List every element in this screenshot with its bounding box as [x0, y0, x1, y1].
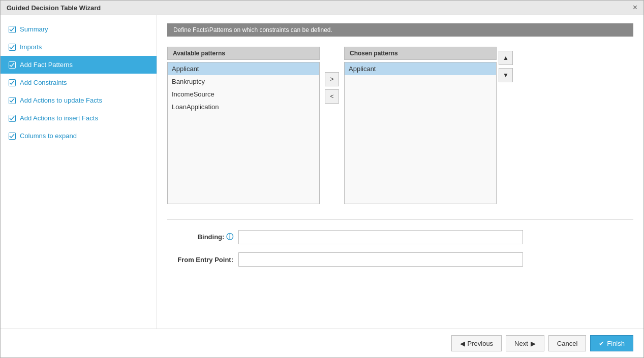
dialog-footer: ◀ Previous Next ▶ Cancel ✔ Finish [1, 329, 643, 357]
binding-info-icon: ⓘ [226, 233, 233, 241]
move-down-button[interactable]: ▼ [499, 68, 513, 82]
reorder-buttons: ▲ ▼ [499, 47, 513, 204]
finish-checkmark-icon: ✔ [599, 340, 604, 347]
info-bar: Define Facts\Patterns on which constrain… [167, 23, 633, 37]
next-button[interactable]: Next ▶ [506, 335, 544, 351]
sidebar-item-add-fact-patterns[interactable]: Add Fact Patterns [1, 56, 157, 74]
next-icon: ▶ [531, 340, 536, 347]
sidebar-item-imports[interactable]: Imports [1, 38, 157, 56]
sidebar-label-summary: Summary [20, 25, 48, 33]
available-patterns-label: Available patterns [167, 47, 320, 60]
dialog: Guided Decision Table Wizard × Summary I… [0, 0, 644, 358]
from-entry-point-input[interactable] [238, 252, 523, 267]
cancel-label: Cancel [557, 340, 577, 347]
finish-label: Finish [607, 340, 625, 347]
move-right-button[interactable]: > [325, 72, 339, 86]
patterns-section: Available patterns Applicant Bankruptcy … [167, 47, 633, 204]
dialog-body: Summary Imports Add Fact Patterns [1, 15, 643, 329]
sidebar-label-actions-insert: Add Actions to insert Facts [20, 114, 98, 122]
finish-button[interactable]: ✔ Finish [590, 335, 633, 351]
available-pattern-applicant[interactable]: Applicant [168, 62, 319, 75]
sidebar-item-summary[interactable]: Summary [1, 20, 157, 38]
available-patterns-box: Available patterns Applicant Bankruptcy … [167, 47, 320, 204]
sidebar-item-add-constraints[interactable]: Add Constraints [1, 74, 157, 91]
move-up-button[interactable]: ▲ [499, 51, 513, 65]
separator [167, 219, 633, 220]
available-pattern-loanapplication[interactable]: LoanApplication [168, 101, 319, 113]
binding-label: Binding: ⓘ [167, 233, 233, 242]
check-icon-columns-expand [9, 133, 16, 140]
check-icon-summary [9, 26, 16, 33]
dialog-title-bar: Guided Decision Table Wizard × [1, 1, 643, 15]
chosen-patterns-inner-box: Chosen patterns Applicant [344, 47, 497, 204]
sidebar-label-imports: Imports [20, 43, 42, 51]
chosen-pattern-applicant[interactable]: Applicant [345, 62, 496, 75]
transfer-buttons: > < [325, 47, 339, 104]
check-icon-constraints [9, 79, 16, 86]
sidebar-item-actions-insert[interactable]: Add Actions to insert Facts [1, 109, 157, 127]
available-pattern-incomesource[interactable]: IncomeSource [168, 88, 319, 101]
previous-button[interactable]: ◀ Previous [451, 335, 502, 351]
sidebar-item-columns-expand[interactable]: Columns to expand [1, 127, 157, 145]
available-patterns-list[interactable]: Applicant Bankruptcy IncomeSource LoanAp… [167, 62, 320, 204]
available-pattern-bankruptcy[interactable]: Bankruptcy [168, 75, 319, 88]
binding-input[interactable] [238, 230, 523, 244]
chosen-patterns-list[interactable]: Applicant [344, 62, 497, 204]
check-icon-actions-insert [9, 115, 16, 122]
sidebar-label-columns-expand: Columns to expand [20, 132, 77, 140]
cancel-button[interactable]: Cancel [548, 335, 586, 351]
check-icon-fact-patterns [9, 61, 16, 69]
move-left-button[interactable]: < [325, 89, 339, 104]
chosen-patterns-label: Chosen patterns [344, 47, 497, 60]
check-icon-imports [9, 44, 16, 51]
from-entry-point-row: From Entry Point: [167, 252, 523, 267]
previous-label: Previous [468, 340, 494, 347]
from-entry-point-label: From Entry Point: [167, 256, 233, 264]
dialog-title: Guided Decision Table Wizard [7, 4, 101, 12]
check-icon-actions-update [9, 97, 16, 104]
sidebar-label-actions-update: Add Actions to update Facts [20, 96, 102, 104]
previous-icon: ◀ [460, 340, 465, 347]
sidebar-label-fact-patterns: Add Fact Patterns [20, 61, 73, 69]
close-button[interactable]: × [633, 4, 637, 12]
binding-row: Binding: ⓘ [167, 230, 523, 244]
sidebar-label-constraints: Add Constraints [20, 79, 67, 86]
form-section: Binding: ⓘ From Entry Point: [167, 230, 523, 267]
main-content: Define Facts\Patterns on which constrain… [157, 15, 643, 329]
sidebar-item-actions-update[interactable]: Add Actions to update Facts [1, 91, 157, 109]
chosen-patterns-box: Chosen patterns Applicant ▲ ▼ [344, 47, 513, 204]
next-label: Next [514, 340, 528, 347]
sidebar: Summary Imports Add Fact Patterns [1, 15, 157, 329]
